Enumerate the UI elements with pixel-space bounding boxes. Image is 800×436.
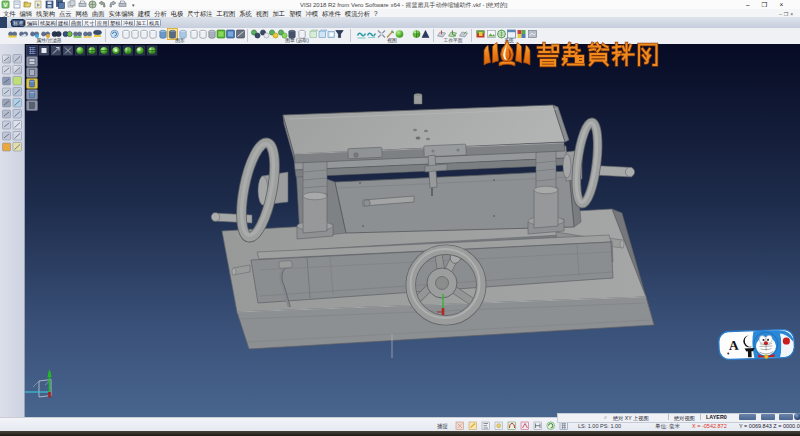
svg-text:A: A: [729, 338, 740, 353]
